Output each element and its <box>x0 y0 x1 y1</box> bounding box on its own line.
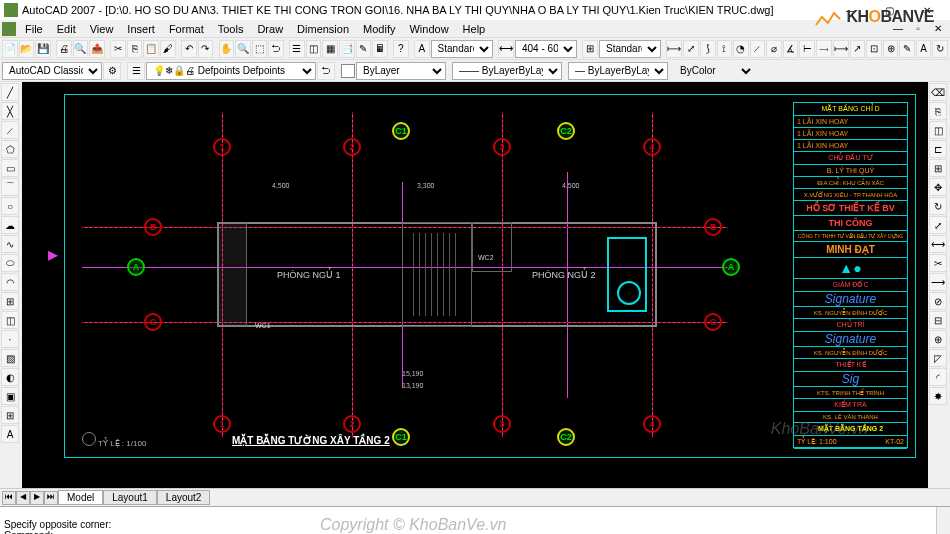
stretch-icon[interactable]: ⟷ <box>929 235 947 253</box>
tab-layout2[interactable]: Layout2 <box>157 490 211 505</box>
dim-angular-icon[interactable]: ∡ <box>783 40 799 58</box>
table-style-icon[interactable]: ⊞ <box>582 40 598 58</box>
line-icon[interactable]: ╱ <box>1 83 19 101</box>
dim-continue-icon[interactable]: ⟼ <box>833 40 849 58</box>
dim-update-icon[interactable]: ↻ <box>932 40 948 58</box>
menu-help[interactable]: Help <box>456 22 493 36</box>
help-icon[interactable]: ? <box>393 40 409 58</box>
ellipse-arc-icon[interactable]: ◠ <box>1 273 19 291</box>
spline-icon[interactable]: ∿ <box>1 235 19 253</box>
xline-icon[interactable]: ╳ <box>1 102 19 120</box>
command-scrollbar[interactable] <box>936 507 950 534</box>
break-icon[interactable]: ⊟ <box>929 311 947 329</box>
publish-icon[interactable]: 📤 <box>89 40 105 58</box>
rotate-icon[interactable]: ↻ <box>929 197 947 215</box>
mtext-icon[interactable]: A <box>1 425 19 443</box>
text-style-icon[interactable]: A <box>414 40 430 58</box>
dim-text-edit-icon[interactable]: A <box>916 40 932 58</box>
dim-radius-icon[interactable]: ◔ <box>733 40 749 58</box>
gradient-icon[interactable]: ◐ <box>1 368 19 386</box>
region-icon[interactable]: ▣ <box>1 387 19 405</box>
copy-icon[interactable]: ⎘ <box>127 40 143 58</box>
color-select[interactable]: ByLayer <box>356 62 446 80</box>
table-icon[interactable]: ⊞ <box>1 406 19 424</box>
properties-icon[interactable]: ☰ <box>289 40 305 58</box>
save-icon[interactable]: 💾 <box>35 40 51 58</box>
polyline-icon[interactable]: ⟋ <box>1 121 19 139</box>
workspace-settings-icon[interactable]: ⚙ <box>103 62 121 80</box>
menu-view[interactable]: View <box>83 22 121 36</box>
tab-last-button[interactable]: ⏭ <box>44 491 58 505</box>
plot-preview-icon[interactable]: 🔍 <box>73 40 89 58</box>
plot-style-select[interactable]: ByColor <box>674 62 754 80</box>
dim-tolerance-icon[interactable]: ⊡ <box>866 40 882 58</box>
dim-edit-icon[interactable]: ✎ <box>899 40 915 58</box>
dim-aligned-icon[interactable]: ⤢ <box>683 40 699 58</box>
menu-dimension[interactable]: Dimension <box>290 22 356 36</box>
linetype-select[interactable]: —— ByLayerByLayer <box>452 62 562 80</box>
zoom-previous-icon[interactable]: ⮌ <box>268 40 284 58</box>
text-style-select[interactable]: Standard <box>431 40 493 58</box>
polygon-icon[interactable]: ⬠ <box>1 140 19 158</box>
point-icon[interactable]: · <box>1 330 19 348</box>
menu-draw[interactable]: Draw <box>250 22 290 36</box>
menu-window[interactable]: Window <box>402 22 455 36</box>
dim-diameter-icon[interactable]: ⌀ <box>766 40 782 58</box>
menu-edit[interactable]: Edit <box>50 22 83 36</box>
scale-icon[interactable]: ⤢ <box>929 216 947 234</box>
layer-prev-icon[interactable]: ⮌ <box>317 62 335 80</box>
dim-baseline-icon[interactable]: ⟞ <box>816 40 832 58</box>
match-properties-icon[interactable]: 🖌 <box>160 40 176 58</box>
pan-icon[interactable]: ✋ <box>219 40 235 58</box>
undo-icon[interactable]: ↶ <box>181 40 197 58</box>
dim-center-icon[interactable]: ⊕ <box>883 40 899 58</box>
dim-quick-icon[interactable]: ⊢ <box>799 40 815 58</box>
tab-prev-button[interactable]: ◀ <box>16 491 30 505</box>
zoom-window-icon[interactable]: ⬚ <box>252 40 268 58</box>
tab-layout1[interactable]: Layout1 <box>103 490 157 505</box>
tab-first-button[interactable]: ⏮ <box>2 491 16 505</box>
copy-modify-icon[interactable]: ⎘ <box>929 102 947 120</box>
calc-icon[interactable]: 🖩 <box>372 40 388 58</box>
break-point-icon[interactable]: ⊘ <box>929 292 947 310</box>
new-icon[interactable]: 📄 <box>2 40 18 58</box>
dim-style-icon[interactable]: ⟷ <box>498 40 514 58</box>
make-block-icon[interactable]: ◫ <box>1 311 19 329</box>
trim-icon[interactable]: ✂ <box>929 254 947 272</box>
dim-leader-icon[interactable]: ↗ <box>850 40 866 58</box>
open-icon[interactable]: 📂 <box>19 40 35 58</box>
move-icon[interactable]: ✥ <box>929 178 947 196</box>
menu-file[interactable]: File <box>18 22 50 36</box>
tab-model[interactable]: Model <box>58 490 103 505</box>
chamfer-icon[interactable]: ◸ <box>929 349 947 367</box>
dim-style-select[interactable]: 404 - 60 <box>515 40 577 58</box>
revcloud-icon[interactable]: ☁ <box>1 216 19 234</box>
fillet-icon[interactable]: ◜ <box>929 368 947 386</box>
paste-icon[interactable]: 📋 <box>143 40 159 58</box>
rectangle-icon[interactable]: ▭ <box>1 159 19 177</box>
dim-jogged-icon[interactable]: ⟋ <box>750 40 766 58</box>
explode-icon[interactable]: ✸ <box>929 387 947 405</box>
arc-icon[interactable]: ⌒ <box>1 178 19 196</box>
erase-icon[interactable]: ⌫ <box>929 83 947 101</box>
sheet-set-icon[interactable]: 📑 <box>339 40 355 58</box>
dim-linear-icon[interactable]: ⟼ <box>666 40 682 58</box>
lineweight-select[interactable]: — ByLayerByLayer <box>568 62 668 80</box>
cut-icon[interactable]: ✂ <box>110 40 126 58</box>
dim-ordinate-icon[interactable]: ⟟ <box>717 40 733 58</box>
app-icon-small[interactable] <box>2 22 16 36</box>
extend-icon[interactable]: ⟶ <box>929 273 947 291</box>
insert-block-icon[interactable]: ⊞ <box>1 292 19 310</box>
tool-palettes-icon[interactable]: ▦ <box>322 40 338 58</box>
drawing-canvas[interactable]: ▸ 1 2 C1 3 C2 4 1 2 C1 3 C2 4 <box>22 82 928 488</box>
table-style-select[interactable]: Standard <box>599 40 661 58</box>
offset-icon[interactable]: ⊏ <box>929 140 947 158</box>
ellipse-icon[interactable]: ⬭ <box>1 254 19 272</box>
dim-arc-icon[interactable]: ⟆ <box>700 40 716 58</box>
color-swatch[interactable] <box>341 64 355 78</box>
menu-modify[interactable]: Modify <box>356 22 402 36</box>
hatch-icon[interactable]: ▨ <box>1 349 19 367</box>
menu-tools[interactable]: Tools <box>211 22 251 36</box>
layer-manager-icon[interactable]: ☰ <box>127 62 145 80</box>
circle-icon[interactable]: ○ <box>1 197 19 215</box>
